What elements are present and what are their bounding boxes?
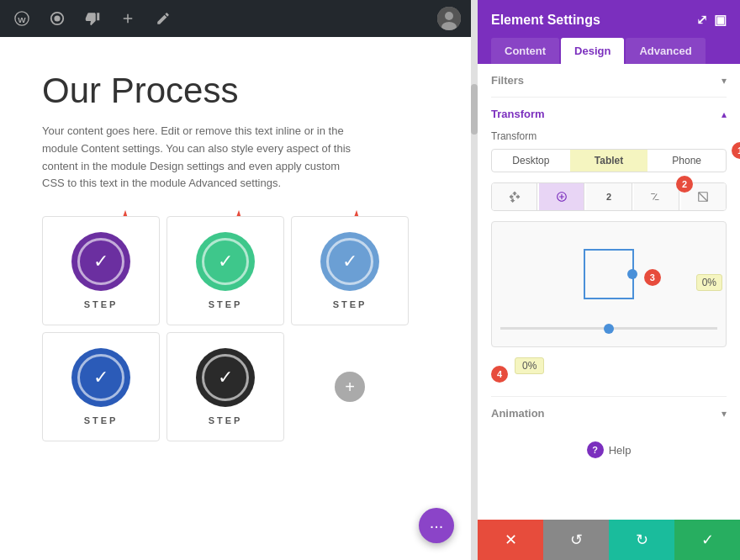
device-tab-tablet[interactable]: Tablet [570,150,648,172]
cancel-button[interactable]: ✕ [478,520,543,560]
animation-title: Animation [491,407,545,420]
step-check-5: ✓ [202,354,249,401]
circle-icon[interactable] [45,7,69,30]
badge-4: 4 [491,366,508,383]
filters-title: Filters [491,74,524,87]
step-check-3: ✓ [326,238,373,285]
top-toolbar: W [0,0,471,37]
step-card-1[interactable]: ✓ STEP [42,216,160,325]
tab-advanced[interactable]: Advanced [626,38,705,64]
transform-subsection-label: Transform [491,130,727,142]
panel-body: Filters ▾ Transform ▴ Transform 1 Deskto… [478,64,740,520]
collapse-icon[interactable]: ▣ [714,12,727,28]
help-label[interactable]: Help [609,444,632,457]
step-label-5: STEP [209,415,243,425]
step-check-1: ✓ [77,238,124,285]
badge-3: 3 [644,269,661,286]
steps-grid: ✓ STEP ✓ STEP ✓ STEP [42,216,409,441]
step-label-4: STEP [84,415,119,425]
panel-bottom-bar: ✕ ↺ ↻ ✓ [478,520,740,560]
step-circle-4: ✓ [71,348,130,407]
tooltip-x-value: 0% [696,274,722,291]
step-circle-2: ✓ [196,232,255,291]
step-label-3: STEP [333,299,367,309]
step-circle-1: ✓ [71,232,130,291]
step-card-4[interactable]: ✓ STEP [42,332,160,441]
transform-preview: 3 0% [491,221,727,347]
save-button[interactable]: ✓ [674,520,740,560]
svg-point-3 [54,15,60,21]
help-icon[interactable]: ? [587,441,604,458]
transform-chevron: ▴ [722,108,727,120]
device-tab-phone[interactable]: Phone [648,150,726,172]
step-check-2: ✓ [202,238,249,285]
wordpress-icon[interactable]: W [10,7,34,30]
svg-line-8 [699,193,708,202]
step-card-2[interactable]: ✓ STEP [166,216,284,325]
transform-btn-move[interactable] [492,183,537,210]
tooltip-y-value: 0% [515,357,544,374]
h-slider-dot[interactable] [604,324,614,334]
transform-btn-translate[interactable] [539,183,584,210]
page-title: Our Process [42,71,429,111]
transform-section-header[interactable]: Transform ▴ [478,98,740,130]
step-label-2: STEP [209,299,243,309]
user-avatar[interactable] [437,7,461,30]
add-icon[interactable] [116,7,140,30]
filters-section-header[interactable]: Filters ▾ [478,64,740,97]
transform-title: Transform [491,108,545,120]
badge-1: 1 [732,142,740,159]
badge-2: 2 [676,176,693,193]
h-slider-track [500,327,717,330]
panel-title: Element Settings [491,13,600,28]
page-description: Your content goes here. Edit or remove t… [42,123,362,193]
help-row: ? Help [478,430,740,470]
step-card-5[interactable]: ✓ STEP [166,332,284,441]
badge-4-row: 4 0% [491,354,727,378]
step-circle-5: ✓ [196,348,255,407]
editor-canvas: W [0,0,471,560]
expand-icon[interactable]: ⤢ [696,12,707,28]
tab-content[interactable]: Content [491,38,559,64]
settings-panel: Element Settings ⤢ ▣ Content Design Adva… [478,0,740,560]
tab-design[interactable]: Design [561,38,624,64]
svg-point-5 [445,12,453,20]
panel-header: Element Settings ⤢ ▣ Content Design Adva… [478,0,740,64]
page-content: Our Process Your content goes here. Edit… [0,37,471,560]
add-step-button[interactable]: + [335,372,365,402]
device-tabs: Desktop Tablet Phone [491,149,727,172]
panel-tabs: Content Design Advanced [491,38,727,64]
panel-header-icons: ⤢ ▣ [696,12,727,28]
pencil-icon[interactable] [151,7,175,30]
scroll-thumb[interactable] [471,84,478,135]
svg-text:W: W [18,15,26,24]
scrollbar[interactable] [471,0,478,560]
transform-btn-scale[interactable]: 2 [586,183,632,210]
floating-menu-button[interactable]: ··· [419,508,454,543]
right-handle-dot[interactable] [627,269,637,279]
thumbsdown-icon[interactable] [81,7,104,30]
device-tab-desktop[interactable]: Desktop [492,150,570,172]
transform-section-body: Transform 1 Desktop Tablet Phone [478,130,740,396]
preview-box [584,249,634,299]
h-slider-container [500,327,717,330]
step-circle-3: ✓ [320,232,379,291]
undo-button[interactable]: ↺ [543,520,609,560]
redo-button[interactable]: ↻ [609,520,674,560]
step-check-4: ✓ [77,354,124,401]
animation-section-header[interactable]: Animation ▾ [478,397,740,430]
step-card-3[interactable]: ✓ STEP [291,216,409,325]
add-step-card: + [291,332,409,441]
animation-chevron: ▾ [722,408,727,420]
step-label-1: STEP [84,299,119,309]
transform-btn-skew[interactable] [634,183,679,210]
panel-title-row: Element Settings ⤢ ▣ [491,12,727,28]
filters-chevron: ▾ [722,75,727,87]
